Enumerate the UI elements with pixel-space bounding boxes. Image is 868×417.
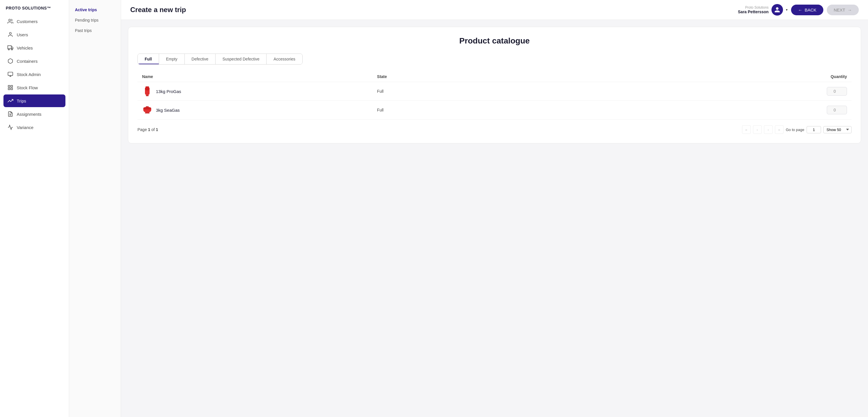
catalogue-tabs: Full Empty Defective Suspected Defective… [137, 54, 303, 65]
total-pages: 1 [156, 127, 158, 132]
stock-flow-icon [7, 85, 13, 90]
tab-accessories[interactable]: Accessories [267, 54, 302, 64]
user-block: Proto Solutions Sara Pettersson ▾ [738, 4, 788, 15]
sidebar-item-trips-label: Trips [17, 98, 26, 103]
users-icon [7, 32, 13, 37]
sidebar-item-customers-label: Customers [17, 19, 38, 24]
current-page: 1 [148, 127, 150, 132]
product-icon-3kg [142, 105, 152, 115]
vehicles-icon [7, 45, 13, 51]
page-info: Page 1 of 1 [137, 127, 158, 132]
table-row: 3kg SeaGas Full [137, 101, 851, 120]
product-name-cell-1: 3kg SeaGas [142, 105, 377, 115]
qty-cell-1 [730, 106, 847, 114]
sidebar-item-assignments-label: Assignments [17, 112, 41, 117]
back-button[interactable]: ← BACK [791, 5, 823, 15]
sidebar-item-variance-label: Variance [17, 125, 33, 130]
sidebar-item-stock-admin-label: Stock Admin [17, 72, 41, 77]
first-page-button[interactable]: « [742, 125, 751, 134]
sidebar-item-vehicles[interactable]: Vehicles [3, 41, 65, 54]
sidebar-item-users[interactable]: Users [3, 28, 65, 41]
content-area: Product catalogue Full Empty Defective S… [121, 20, 868, 417]
svg-rect-10 [11, 86, 13, 87]
subnav: Active trips Pending trips Past trips [69, 0, 121, 417]
product-name-1: 3kg SeaGas [156, 108, 180, 113]
product-name-0: 13kg ProGas [156, 89, 181, 94]
svg-rect-9 [8, 86, 10, 87]
subnav-past-trips[interactable]: Past trips [69, 25, 121, 36]
header-state: State [377, 74, 730, 79]
svg-rect-23 [145, 112, 150, 114]
sidebar-item-users-label: Users [17, 32, 28, 37]
table-row: 13kg ProGas Full [137, 82, 851, 101]
product-name-cell-0: 13kg ProGas [142, 86, 377, 96]
user-info: Proto Solutions Sara Pettersson [738, 5, 769, 14]
catalogue-title: Product catalogue [137, 36, 851, 45]
page-separator: of [151, 127, 155, 132]
svg-rect-18 [146, 95, 149, 96]
svg-rect-11 [11, 88, 13, 90]
containers-icon [7, 58, 13, 64]
svg-point-1 [9, 33, 11, 35]
subnav-active-trips[interactable]: Active trips [69, 5, 121, 15]
sidebar-item-assignments[interactable]: Assignments [3, 108, 65, 120]
sidebar-item-stock-admin[interactable]: Stock Admin [3, 68, 65, 81]
sidebar-item-containers-label: Containers [17, 59, 38, 64]
show-per-page-select[interactable]: Show 10 Show 25 Show 50 Show 100 [823, 126, 851, 133]
svg-rect-20 [146, 106, 149, 107]
sidebar-item-customers[interactable]: Customers [3, 15, 65, 28]
sidebar-item-stock-flow-label: Stock Flow [17, 85, 38, 90]
svg-rect-6 [8, 72, 13, 76]
svg-point-0 [9, 19, 11, 21]
next-arrow-icon: → [847, 7, 852, 12]
pagination-controls: « ‹ › » Go to page Show 10 Show 25 Show … [742, 125, 851, 134]
product-state-1: Full [377, 108, 730, 112]
app-logo: PROTO SOLUTIONS™ [0, 0, 69, 15]
trips-icon [7, 98, 13, 104]
variance-icon [7, 124, 13, 130]
next-page-button[interactable]: › [764, 125, 773, 134]
sidebar-item-containers[interactable]: Containers [3, 55, 65, 67]
page-prefix: Page [137, 127, 147, 132]
user-avatar[interactable] [771, 4, 783, 15]
tab-defective[interactable]: Defective [185, 54, 216, 64]
user-dropdown-icon[interactable]: ▾ [786, 8, 787, 12]
qty-cell-0 [730, 87, 847, 96]
svg-point-5 [11, 49, 12, 50]
sidebar-nav: Customers Users Vehicles Containers Stoc [0, 15, 69, 134]
svg-point-4 [8, 49, 9, 50]
svg-marker-3 [11, 47, 13, 49]
product-icon-13kg [142, 86, 152, 96]
svg-rect-2 [8, 46, 11, 49]
sidebar-item-stock-flow[interactable]: Stock Flow [3, 81, 65, 94]
assignments-icon [7, 111, 13, 117]
stock-admin-icon [7, 71, 13, 77]
product-catalogue-card: Product catalogue Full Empty Defective S… [128, 27, 861, 143]
quantity-input-1[interactable] [827, 106, 847, 114]
table-header: Name State Quantity [137, 71, 851, 82]
back-arrow-icon: ← [798, 7, 802, 12]
tab-full[interactable]: Full [138, 54, 159, 64]
main-area: Create a new trip Proto Solutions Sara P… [121, 0, 868, 417]
next-button: NEXT → [827, 5, 859, 15]
sidebar-item-vehicles-label: Vehicles [17, 45, 33, 51]
pagination: Page 1 of 1 « ‹ › » Go to page Show 10 S… [137, 125, 851, 134]
customers-icon [7, 19, 13, 24]
svg-rect-12 [8, 88, 10, 90]
sidebar-item-variance[interactable]: Variance [3, 121, 65, 134]
subnav-pending-trips[interactable]: Pending trips [69, 15, 121, 25]
tab-suspected-defective[interactable]: Suspected Defective [216, 54, 267, 64]
topbar-right: Proto Solutions Sara Pettersson ▾ ← BACK… [738, 4, 859, 15]
topbar: Create a new trip Proto Solutions Sara P… [121, 0, 868, 20]
quantity-input-0[interactable] [827, 87, 847, 96]
sidebar-item-trips[interactable]: Trips [3, 94, 65, 107]
prev-page-button[interactable]: ‹ [753, 125, 762, 134]
goto-page-label: Go to page [786, 128, 804, 132]
header-quantity: Quantity [730, 74, 847, 79]
user-org: Proto Solutions [738, 5, 769, 9]
goto-page-input[interactable] [807, 126, 821, 133]
page-title: Create a new trip [130, 6, 186, 14]
last-page-button[interactable]: » [775, 125, 783, 134]
tab-empty[interactable]: Empty [159, 54, 185, 64]
header-name: Name [142, 74, 377, 79]
